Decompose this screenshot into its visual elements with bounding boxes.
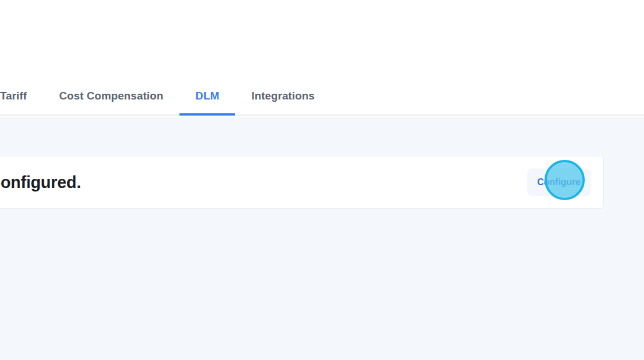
tab-dlm-label: DLM xyxy=(195,90,219,102)
tab-cost-compensation[interactable]: Cost Compensation xyxy=(43,77,179,114)
configure-button[interactable]: Configure xyxy=(527,168,591,196)
tab-dlm[interactable]: DLM xyxy=(179,77,235,114)
tab-tariff[interactable]: Tariff xyxy=(0,77,43,114)
tab-tariff-label: Tariff xyxy=(0,90,27,102)
app-window: Tariff Cost Compensation DLM Integration… xyxy=(0,0,644,360)
tab-bar: Tariff Cost Compensation DLM Integration… xyxy=(0,77,644,116)
dlm-status-card: onfigured. Configure xyxy=(0,156,604,209)
tab-integrations[interactable]: Integrations xyxy=(235,77,331,114)
content-area: onfigured. Configure xyxy=(0,117,644,360)
tab-integrations-label: Integrations xyxy=(251,90,315,102)
tab-cost-compensation-label: Cost Compensation xyxy=(59,90,163,102)
card-title: onfigured. xyxy=(1,173,81,192)
